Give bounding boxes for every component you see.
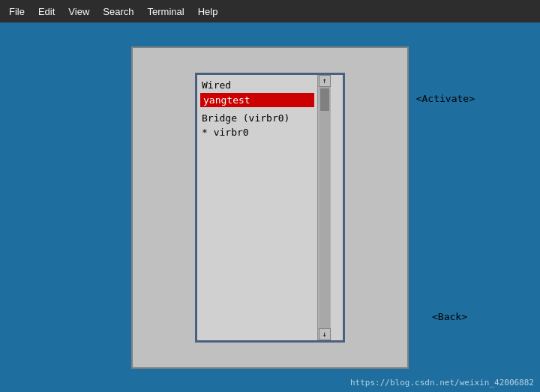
scrollbar-track: [320, 87, 330, 328]
menubar: File Edit View Search Terminal Help: [0, 0, 540, 22]
section-header-wired: Wired: [199, 78, 316, 92]
scrollbar-up-button[interactable]: ↑: [319, 75, 331, 87]
scrollbar-thumb[interactable]: [320, 88, 329, 111]
scrollbar-down-button[interactable]: ↓: [319, 328, 331, 340]
menu-terminal[interactable]: Terminal: [142, 4, 190, 19]
list-item-virbr0[interactable]: * virbr0: [199, 125, 316, 139]
menu-edit[interactable]: Edit: [32, 4, 61, 19]
menu-search[interactable]: Search: [97, 4, 140, 19]
list-panel: Wired yangtest Bridge (virbr0) * virbr0: [197, 75, 317, 340]
activate-button[interactable]: <Activate>: [416, 93, 475, 104]
watermark: https://blog.csdn.net/weixin_42006882: [350, 378, 534, 388]
list-item-yangtest[interactable]: yangtest: [200, 93, 314, 107]
menu-view[interactable]: View: [62, 4, 95, 19]
menu-file[interactable]: File: [3, 4, 31, 19]
content-area: <Activate> Wired yangtest Bridge (virbr0…: [0, 22, 540, 392]
menu-help[interactable]: Help: [192, 4, 224, 19]
scrollbar: ↑ ↓: [317, 75, 331, 340]
section-header-bridge: Bridge (virbr0): [199, 108, 316, 125]
back-button[interactable]: <Back>: [432, 311, 467, 322]
dialog-inner: Wired yangtest Bridge (virbr0) * virbr0 …: [195, 73, 345, 343]
dialog-outer: <Activate> Wired yangtest Bridge (virbr0…: [131, 46, 409, 369]
